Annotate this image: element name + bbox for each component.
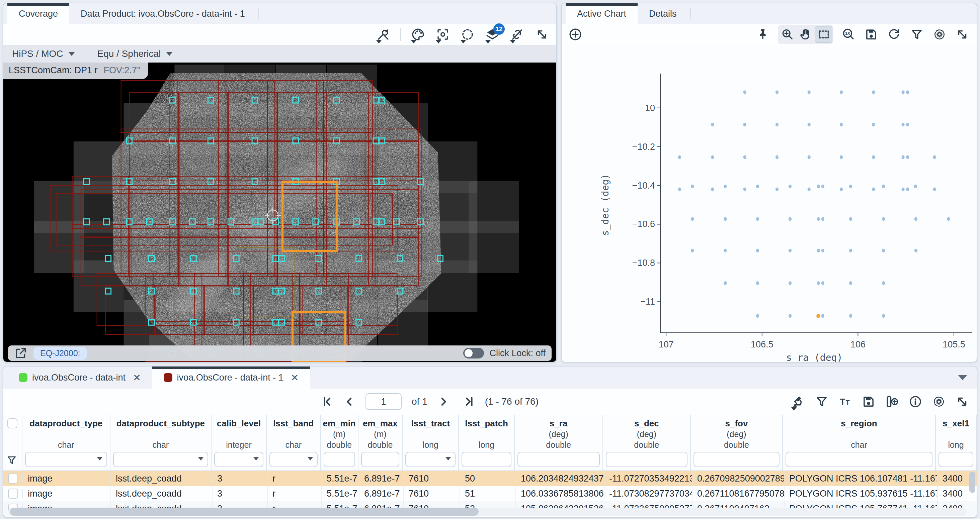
data-point[interactable] — [821, 217, 824, 221]
data-point[interactable] — [775, 90, 778, 94]
data-point[interactable] — [902, 90, 905, 94]
data-point[interactable] — [789, 249, 792, 252]
data-point[interactable] — [849, 281, 852, 285]
click-lock-toggle[interactable] — [463, 348, 484, 359]
add-chart-icon[interactable] — [568, 27, 583, 42]
column-header-s_fov[interactable]: s_fov(deg)double — [691, 415, 783, 470]
data-point[interactable] — [789, 281, 792, 285]
color-palette-icon[interactable] — [410, 27, 426, 42]
data-point[interactable] — [789, 314, 792, 318]
chart-settings-gear-icon[interactable] — [932, 27, 947, 42]
data-point[interactable] — [933, 187, 936, 191]
page-number-input[interactable]: 1 — [366, 393, 402, 410]
data-point[interactable] — [882, 314, 885, 318]
next-page-icon[interactable] — [438, 395, 450, 408]
vertical-scrollbar[interactable] — [969, 471, 975, 506]
column-filter-input[interactable] — [25, 452, 107, 467]
box-select-tool-button[interactable] — [815, 26, 832, 43]
data-point[interactable] — [906, 123, 909, 126]
column-header-dataproduct_subtype[interactable]: dataproduct_subtypechar — [110, 415, 212, 470]
column-header-em_max[interactable]: em_max(m)double — [358, 415, 403, 470]
data-point[interactable] — [691, 184, 694, 188]
data-point[interactable] — [817, 184, 820, 188]
data-point[interactable] — [817, 281, 820, 285]
data-point[interactable] — [902, 123, 905, 126]
data-point[interactable] — [817, 217, 820, 221]
data-point[interactable] — [821, 249, 824, 252]
data-point[interactable] — [872, 90, 875, 94]
column-header-lsst_band[interactable]: lsst_bandchar — [267, 415, 321, 470]
pin-chart-icon[interactable] — [755, 27, 770, 42]
data-point[interactable] — [756, 314, 759, 318]
column-header-lsst_patch[interactable]: lsst_patchlong — [459, 415, 515, 470]
scrollbar-thumb[interactable] — [969, 471, 975, 493]
recenter-icon[interactable] — [435, 27, 450, 42]
scrollbar-thumb[interactable] — [10, 508, 479, 516]
data-point[interactable] — [808, 90, 811, 94]
table-row[interactable]: imagelsst.deep_coadd3r5.51e-76.891e-7761… — [3, 471, 977, 486]
data-point[interactable] — [775, 187, 778, 191]
column-filter-input[interactable] — [786, 452, 932, 467]
data-point[interactable] — [756, 281, 759, 285]
data-point[interactable] — [915, 217, 917, 221]
horizontal-scrollbar[interactable] — [8, 508, 967, 516]
unlink-icon[interactable] — [509, 27, 525, 42]
table-row[interactable]: imagelsst.deep_coadd3r5.51e-76.891e-7761… — [3, 486, 977, 501]
data-point[interactable] — [906, 155, 909, 159]
column-filter-input[interactable] — [269, 452, 318, 467]
filter-table-icon[interactable] — [814, 394, 829, 409]
data-point[interactable] — [808, 123, 811, 126]
data-point[interactable] — [906, 90, 909, 94]
select-all-checkbox[interactable] — [7, 418, 18, 429]
table-settings-gear-icon[interactable] — [931, 394, 947, 409]
data-point[interactable] — [902, 187, 905, 191]
hips-moc-dropdown[interactable]: HiPS / MOC — [3, 49, 84, 59]
tab-data-product[interactable]: Data Product: ivoa.ObsCore - data-int - … — [69, 3, 256, 24]
table-info-icon[interactable] — [908, 394, 923, 409]
column-filter-input[interactable] — [361, 452, 399, 467]
data-point[interactable] — [775, 155, 778, 159]
data-point[interactable] — [872, 187, 875, 191]
data-point[interactable] — [872, 155, 875, 159]
data-point[interactable] — [775, 123, 778, 126]
region-select-icon[interactable] — [460, 27, 475, 42]
data-point[interactable] — [882, 184, 885, 188]
tools-icon[interactable] — [375, 27, 391, 42]
column-header-s_region[interactable]: s_regionchar — [783, 415, 936, 470]
scatter-plot[interactable]: 107106.5106105.5−10−10.2−10.4−10.6−10.8−… — [562, 45, 977, 362]
zoom-tool-button[interactable] — [779, 26, 796, 43]
data-point[interactable] — [906, 187, 909, 191]
filter-row-icon[interactable] — [6, 454, 18, 466]
save-chart-icon[interactable] — [864, 27, 879, 42]
projection-dropdown[interactable]: Equ / Spherical — [88, 49, 181, 59]
column-filter-input[interactable] — [113, 452, 208, 467]
data-point[interactable] — [743, 187, 746, 191]
add-column-icon[interactable] — [884, 394, 900, 409]
data-point[interactable] — [724, 184, 727, 188]
data-point[interactable] — [678, 187, 681, 191]
data-point[interactable] — [711, 187, 714, 191]
data-inspector-icon[interactable] — [791, 394, 806, 409]
data-point[interactable] — [789, 217, 792, 221]
restore-chart-icon[interactable] — [886, 27, 902, 42]
column-header-s_ra[interactable]: s_ra(deg)double — [515, 415, 603, 470]
data-point[interactable] — [849, 217, 852, 221]
row-checkbox[interactable] — [8, 473, 18, 484]
close-icon[interactable]: ✕ — [133, 372, 141, 383]
column-header-s_xel1[interactable]: s_xel1long — [936, 415, 977, 470]
expand-chart-icon[interactable] — [955, 27, 970, 42]
data-point[interactable] — [724, 249, 727, 252]
data-point[interactable] — [724, 281, 727, 285]
data-point[interactable] — [915, 249, 917, 252]
data-point[interactable] — [882, 249, 885, 252]
layers-icon[interactable]: 12 — [485, 27, 500, 42]
column-filter-input[interactable] — [324, 452, 355, 467]
coverage-sky-view[interactable]: LSSTComCam: DP1 r FOV:2.7° EQ-J2000: Cli… — [3, 62, 556, 362]
pan-tool-button[interactable] — [797, 26, 815, 43]
data-point[interactable] — [821, 314, 824, 318]
tab-table-1[interactable]: ivoa.ObsCore - data-int - 1 ✕ — [152, 367, 310, 389]
data-point[interactable] — [849, 314, 852, 318]
tab-coverage[interactable]: Coverage — [7, 3, 69, 24]
column-header-calib_level[interactable]: calib_levelinteger — [212, 415, 267, 470]
data-point[interactable] — [724, 217, 727, 221]
